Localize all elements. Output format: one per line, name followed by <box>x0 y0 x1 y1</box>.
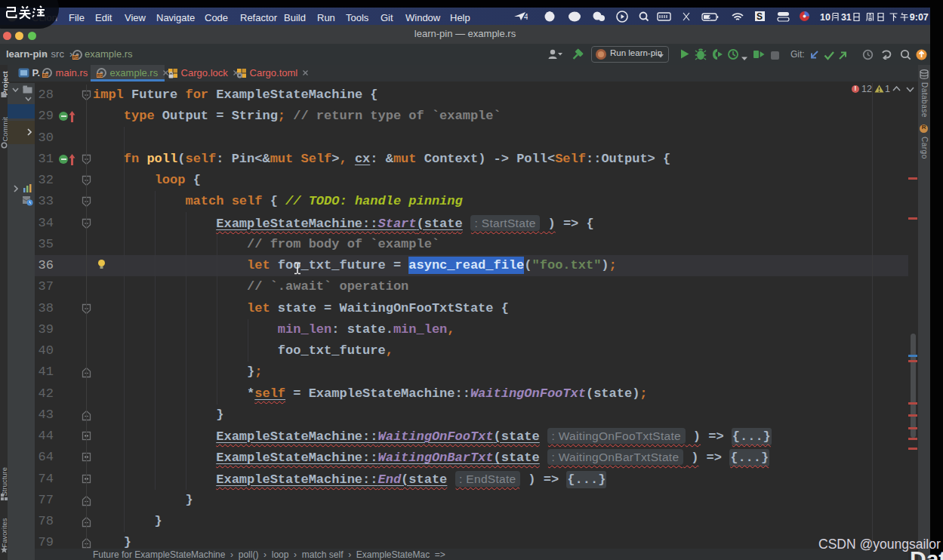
svg-text:RS: RS <box>43 73 49 78</box>
svg-text:RS: RS <box>97 73 103 78</box>
svg-text:4: 4 <box>524 13 528 21</box>
svg-text:RS: RS <box>73 55 79 60</box>
svg-text:S: S <box>757 11 763 22</box>
